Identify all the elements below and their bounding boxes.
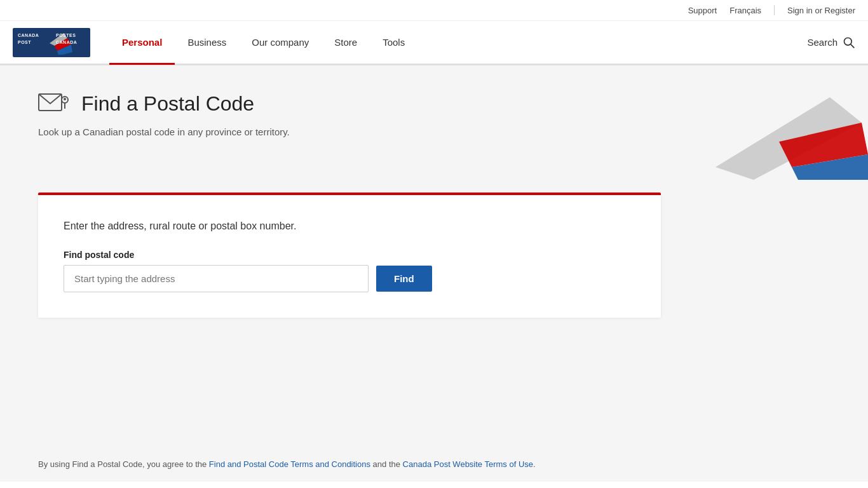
nav-tools[interactable]: Tools: [370, 22, 417, 65]
footer-note-prefix: By using Find a Postal Code, you agree t…: [38, 459, 209, 469]
hero-subtitle: Look up a Canadian postal code in any pr…: [38, 126, 483, 137]
hero-section: Find a Postal Code Look up a Canadian po…: [0, 65, 868, 193]
svg-text:POSTES: POSTES: [56, 33, 76, 37]
svg-text:POST: POST: [18, 40, 31, 44]
nav-store[interactable]: Store: [322, 22, 370, 65]
svg-text:CANADA: CANADA: [18, 33, 39, 37]
signin-link[interactable]: Sign in or Register: [787, 6, 855, 15]
footer-note: By using Find a Postal Code, you agree t…: [0, 447, 868, 482]
search-area[interactable]: Search: [807, 36, 855, 49]
form-card: Enter the address, rural route or postal…: [38, 193, 661, 318]
language-link[interactable]: Français: [729, 6, 761, 15]
content-area: Enter the address, rural route or postal…: [0, 193, 868, 447]
nav-personal[interactable]: Personal: [109, 22, 175, 65]
find-button[interactable]: Find: [376, 266, 432, 292]
page-title: Find a Postal Code: [81, 92, 254, 116]
nav-divider: [774, 5, 775, 15]
support-link[interactable]: Support: [688, 6, 717, 15]
hero-icon-svg: [38, 91, 71, 116]
utility-bar: Support Français Sign in or Register: [0, 0, 868, 21]
address-input[interactable]: [64, 265, 369, 292]
svg-text:CANADA: CANADA: [56, 40, 77, 44]
form-label: Find postal code: [64, 250, 635, 260]
svg-point-7: [844, 37, 852, 45]
main-nav: CANADA POST POSTES CANADA Persona: [0, 21, 868, 65]
search-icon: [843, 36, 855, 49]
logo-link[interactable]: CANADA POST POSTES CANADA: [13, 28, 90, 57]
svg-point-12: [64, 98, 66, 100]
search-label: Search: [807, 37, 837, 48]
footer-note-middle: and the: [370, 459, 403, 469]
nav-links: Personal Business Our company Store Tool…: [109, 21, 807, 64]
hero-content: Find a Postal Code Look up a Canadian po…: [38, 91, 483, 137]
canada-post-logo-svg: CANADA POST POSTES CANADA: [17, 30, 86, 55]
svg-line-8: [851, 44, 854, 47]
nav-our-company[interactable]: Our company: [239, 22, 322, 65]
form-row: Find: [64, 265, 635, 292]
logo: CANADA POST POSTES CANADA: [13, 28, 90, 57]
form-instruction: Enter the address, rural route or postal…: [64, 220, 635, 232]
hero-title-row: Find a Postal Code: [38, 91, 483, 116]
footer-note-suffix: .: [533, 459, 536, 469]
terms-link-2[interactable]: Canada Post Website Terms of Use: [403, 459, 533, 469]
terms-link-1[interactable]: Find and Postal Code Terms and Condition…: [209, 459, 370, 469]
hero-decorative-graphic: [665, 78, 868, 180]
nav-business[interactable]: Business: [175, 22, 239, 65]
postal-code-icon: [38, 91, 71, 116]
